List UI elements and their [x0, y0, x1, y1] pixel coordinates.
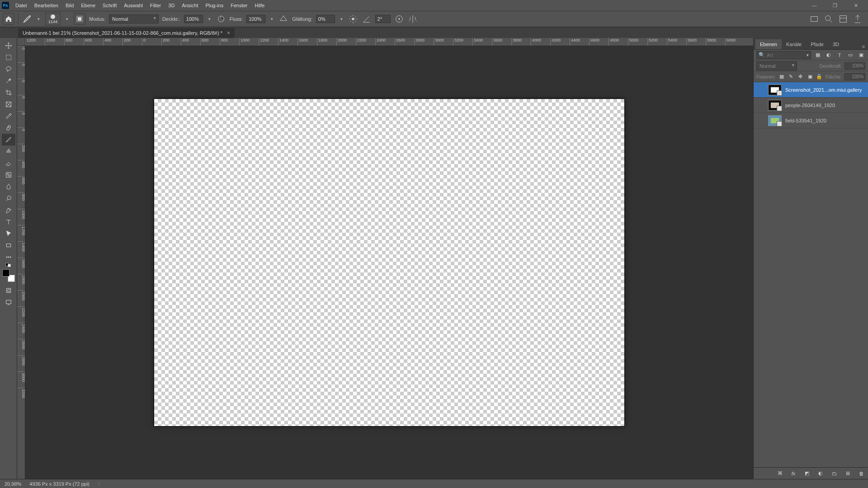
- layer-mask-icon[interactable]: ◩: [803, 469, 811, 478]
- menu-datei[interactable]: Datei: [12, 0, 31, 11]
- workspace-icon[interactable]: [838, 14, 848, 24]
- layer-thumbnail[interactable]: [768, 84, 782, 95]
- rectangle-tool[interactable]: [2, 239, 15, 251]
- default-colors-icon[interactable]: [5, 263, 12, 267]
- dodge-tool[interactable]: [2, 192, 15, 204]
- layer-row[interactable]: people-2604149_1920: [754, 98, 868, 113]
- blur-tool[interactable]: [2, 181, 15, 192]
- status-chevron-icon[interactable]: 〉: [98, 480, 103, 487]
- layer-row[interactable]: field-533541_1920: [754, 113, 868, 128]
- menu-schrift[interactable]: Schrift: [99, 0, 120, 11]
- pen-tool[interactable]: [2, 204, 15, 216]
- panel-menu-icon[interactable]: ≡: [859, 44, 868, 49]
- document-tab[interactable]: Unbenannt-1 bei 21% (Screenshot_2021-06-…: [18, 28, 235, 38]
- blend-mode-select[interactable]: Normal: [109, 14, 159, 23]
- home-button[interactable]: [3, 13, 14, 25]
- delete-layer-icon[interactable]: 🗑: [857, 469, 865, 478]
- lock-artboard-icon[interactable]: ▣: [807, 73, 813, 81]
- cloud-docs-icon[interactable]: [809, 14, 819, 24]
- angle-icon[interactable]: [362, 14, 372, 24]
- move-tool[interactable]: [2, 40, 15, 52]
- menu-3d[interactable]: 3D: [165, 0, 178, 11]
- magic-wand-tool[interactable]: [2, 75, 15, 87]
- brush-tool-icon[interactable]: [22, 14, 32, 24]
- vertical-ruler[interactable]: 0000002004006008001000120014001600180020…: [17, 46, 25, 479]
- brush-tool[interactable]: [2, 134, 15, 145]
- menu-fenster[interactable]: Fenster: [227, 0, 251, 11]
- quick-mask-tool[interactable]: [2, 285, 15, 296]
- screen-mode-tool[interactable]: [2, 296, 15, 308]
- layer-fx-icon[interactable]: fx: [789, 469, 797, 478]
- menu-hilfe[interactable]: Hilfe: [251, 0, 268, 11]
- tool-preset-arrow[interactable]: ▾: [36, 17, 42, 21]
- filter-adjust-icon[interactable]: ◐: [825, 51, 833, 59]
- opacity-arrow[interactable]: ▾: [207, 17, 212, 21]
- smoothing-arrow[interactable]: ▾: [339, 17, 344, 21]
- angle-input[interactable]: 2°: [375, 15, 391, 23]
- search-icon[interactable]: [824, 14, 834, 24]
- smoothing-options-icon[interactable]: [348, 14, 358, 24]
- filter-type-icon[interactable]: T: [835, 51, 844, 59]
- tab-3d[interactable]: 3D: [828, 39, 844, 49]
- opacity-input[interactable]: 100%: [184, 15, 203, 23]
- link-layers-icon[interactable]: ⌘: [776, 469, 784, 478]
- menu-auswahl[interactable]: Auswahl: [120, 0, 146, 11]
- lock-pixels-icon[interactable]: ▦: [778, 73, 785, 81]
- menu-ebene[interactable]: Ebene: [77, 0, 99, 11]
- fill-input[interactable]: [844, 73, 865, 80]
- canvas-viewport[interactable]: [25, 46, 753, 479]
- tab-ebenen[interactable]: Ebenen: [755, 39, 782, 49]
- pressure-size-icon[interactable]: [394, 14, 404, 24]
- menu-bild[interactable]: Bild: [62, 0, 77, 11]
- clone-stamp-tool[interactable]: [2, 145, 15, 157]
- layer-thumbnail[interactable]: [768, 100, 782, 111]
- visibility-toggle[interactable]: [755, 85, 764, 94]
- horizontal-ruler[interactable]: 1200100080060040020002004006008001000120…: [25, 38, 753, 46]
- type-tool[interactable]: [2, 216, 15, 228]
- gradient-tool[interactable]: [2, 169, 15, 181]
- canvas[interactable]: [154, 99, 624, 426]
- brush-preset-arrow[interactable]: ▾: [64, 17, 70, 21]
- healing-brush-tool[interactable]: [2, 122, 15, 134]
- eyedropper-tool[interactable]: [2, 110, 15, 122]
- layer-filter-input[interactable]: [767, 52, 805, 58]
- menu-plugins[interactable]: Plug-ins: [202, 0, 227, 11]
- share-icon[interactable]: [853, 14, 863, 24]
- lock-brush-icon[interactable]: ✎: [788, 73, 794, 81]
- layer-row[interactable]: Screenshot_2021...om.miui.gallery: [754, 82, 868, 98]
- color-swatches[interactable]: [2, 269, 15, 282]
- foreground-color[interactable]: [2, 269, 9, 277]
- crop-tool[interactable]: [2, 87, 15, 99]
- tab-kanaele[interactable]: Kanäle: [782, 39, 806, 49]
- filter-shape-icon[interactable]: ▭: [846, 51, 854, 59]
- adjustment-layer-icon[interactable]: ◐: [816, 469, 825, 478]
- marquee-tool[interactable]: [2, 52, 15, 63]
- layer-thumbnail[interactable]: [768, 115, 782, 126]
- brush-settings-button[interactable]: [74, 13, 85, 25]
- filter-image-icon[interactable]: ▦: [814, 51, 822, 59]
- window-minimize-button[interactable]: —: [804, 0, 825, 11]
- new-layer-icon[interactable]: ⊞: [844, 469, 852, 478]
- brush-preset-picker[interactable]: 1144: [45, 13, 61, 25]
- visibility-toggle[interactable]: [755, 101, 764, 110]
- flow-input[interactable]: 100%: [246, 15, 265, 23]
- filter-smart-icon[interactable]: ▣: [857, 51, 865, 59]
- layer-blend-select[interactable]: Normal: [756, 61, 797, 70]
- pressure-opacity-icon[interactable]: [216, 14, 226, 24]
- lock-all-icon[interactable]: 🔒: [816, 73, 823, 81]
- menu-bearbeiten[interactable]: Bearbeiten: [31, 0, 62, 11]
- airbrush-icon[interactable]: [278, 14, 288, 24]
- menu-filter[interactable]: Filter: [146, 0, 165, 11]
- path-select-tool[interactable]: [2, 228, 15, 239]
- visibility-toggle[interactable]: [755, 116, 764, 125]
- more-tools[interactable]: [2, 251, 15, 263]
- layer-group-icon[interactable]: 🗀: [830, 469, 838, 478]
- document-tab-close-button[interactable]: ×: [227, 30, 230, 36]
- layer-filter-select[interactable]: 🔍 ▾: [756, 51, 811, 59]
- lasso-tool[interactable]: [2, 63, 15, 75]
- lock-position-icon[interactable]: ✥: [797, 73, 804, 81]
- frame-tool[interactable]: [2, 99, 15, 110]
- zoom-level[interactable]: 20,98%: [5, 481, 21, 487]
- window-maximize-button[interactable]: ❐: [825, 0, 845, 11]
- tab-pfade[interactable]: Pfade: [806, 39, 828, 49]
